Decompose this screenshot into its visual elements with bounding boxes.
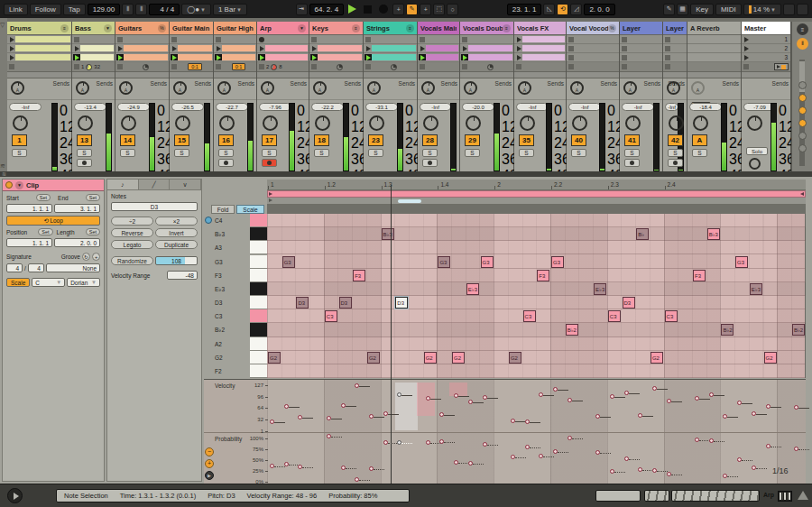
track-header[interactable]: Bass▼ <box>72 22 115 35</box>
velocity-marker[interactable] <box>341 403 346 408</box>
clip-stop-icon[interactable] <box>622 37 627 42</box>
solo-button[interactable]: S <box>314 149 329 157</box>
clip-slot[interactable] <box>460 44 513 53</box>
quantize-menu[interactable]: 1 Bar▼ <box>213 4 247 15</box>
clip-launch-button[interactable] <box>8 54 15 60</box>
pan-knob[interactable] <box>693 115 708 131</box>
scale-highlight-button[interactable]: Scale <box>236 205 264 214</box>
solo-button[interactable]: S <box>368 149 383 157</box>
loop-button[interactable]: ⟲ Loop <box>6 216 100 226</box>
stop-all-clips-button[interactable] <box>665 64 670 69</box>
scene-launch-icon[interactable] <box>744 37 749 42</box>
reenable-automation-icon[interactable]: + <box>420 4 431 15</box>
stop-all-clips-button[interactable] <box>622 64 627 69</box>
clip-launch-button[interactable] <box>310 54 318 60</box>
loop-end-marker-icon[interactable] <box>800 192 804 196</box>
probability-marker[interactable] <box>525 445 530 449</box>
track-header-badge[interactable]: ▼ <box>104 24 112 32</box>
stop-all-clips-button[interactable] <box>117 64 123 69</box>
tab-envelopes[interactable]: ╱ <box>139 180 171 189</box>
groove-add-icon[interactable]: + <box>92 253 100 261</box>
clip-stop-icon[interactable] <box>171 37 177 42</box>
send-a-knob[interactable]: A <box>217 81 231 95</box>
preview-play-button[interactable] <box>7 488 23 503</box>
clip-overview-empty[interactable] <box>595 490 641 502</box>
track-activator[interactable]: 40 <box>571 134 586 146</box>
midi-note[interactable]: C3 <box>665 310 678 322</box>
solo-button[interactable]: S <box>692 149 707 157</box>
arm-record-button[interactable] <box>668 159 683 167</box>
clip-start-field[interactable]: 1. 1. 1 <box>6 204 52 213</box>
stop-all-clips-button[interactable] <box>420 64 425 69</box>
probability-marker[interactable] <box>270 464 274 468</box>
clip-slot[interactable] <box>214 44 256 53</box>
clip[interactable] <box>8 54 70 60</box>
stop-all-clips-button[interactable] <box>311 64 317 69</box>
clip-slot[interactable] <box>257 53 309 62</box>
cue-volume-knob[interactable] <box>749 158 761 170</box>
loop-length-field[interactable]: 2. 0. 0 <box>584 4 614 15</box>
clip-launch-button[interactable] <box>258 45 265 51</box>
pan-knob[interactable] <box>520 115 535 131</box>
punch-out-icon[interactable]: ◿ <box>570 4 582 15</box>
clip-slot[interactable] <box>72 35 115 44</box>
arrangement-position-field[interactable]: 64. 2. 4 <box>309 4 345 15</box>
track-header[interactable]: Vocals Main <box>418 22 459 35</box>
start-marker-icon[interactable] <box>269 198 272 202</box>
clip[interactable] <box>461 54 512 60</box>
velocity-marker[interactable] <box>355 383 359 388</box>
track-header[interactable]: Vocals Doubl≡ <box>460 22 513 35</box>
send-a-knob[interactable]: A <box>691 81 705 95</box>
track-activator[interactable]: 41 <box>624 134 640 146</box>
tab-notes[interactable]: ♪ <box>107 180 139 189</box>
track-header-badge[interactable]: % <box>608 24 616 32</box>
track-header-badge[interactable]: ≡ <box>503 24 511 32</box>
clip-slot[interactable] <box>72 53 115 62</box>
clip-stop-icon[interactable] <box>365 37 371 42</box>
solo-button[interactable]: S <box>465 149 480 157</box>
toggle-returns-icon[interactable] <box>798 106 807 115</box>
stop-all-button-group[interactable] <box>774 63 789 70</box>
scale-name-select[interactable]: Dorian▼ <box>67 278 100 287</box>
probability-marker[interactable] <box>695 438 699 442</box>
clip-record-icon[interactable] <box>259 37 264 42</box>
stop-all-clips-button[interactable] <box>9 64 14 69</box>
link-button[interactable]: Link <box>4 4 28 15</box>
play-button[interactable] <box>348 5 356 14</box>
toggle-sends-icon[interactable] <box>798 94 807 102</box>
clip-slot[interactable] <box>687 44 741 53</box>
clip-slot[interactable] <box>214 53 256 62</box>
clip-slot[interactable] <box>364 53 417 62</box>
probability-marker[interactable] <box>667 472 671 476</box>
midi-note[interactable]: B♭3 <box>707 228 720 240</box>
probability-marker[interactable] <box>327 434 331 438</box>
clip-launch-button[interactable] <box>515 54 522 60</box>
midi-note[interactable]: G3 <box>282 256 295 268</box>
clip-slot[interactable] <box>115 44 169 53</box>
pan-knob[interactable] <box>121 115 136 131</box>
clip-slot[interactable] <box>460 35 513 44</box>
pan-knob[interactable] <box>625 115 641 131</box>
probability-marker[interactable] <box>426 440 430 445</box>
send-a-knob[interactable]: A <box>76 81 89 95</box>
piano-key[interactable] <box>250 351 267 364</box>
midi-note[interactable]: G2 <box>367 352 380 364</box>
clip[interactable] <box>171 54 212 60</box>
clip-stop-icon[interactable] <box>117 37 123 42</box>
midi-note[interactable]: G2 <box>509 352 521 364</box>
reverse-button[interactable]: Reverse <box>111 228 153 237</box>
clip-slot[interactable] <box>460 53 513 62</box>
clip-stop-icon[interactable] <box>216 37 221 42</box>
pan-knob[interactable] <box>78 115 93 131</box>
loop-toggle-icon[interactable]: ⟲ <box>557 4 568 15</box>
pan-knob[interactable] <box>263 115 278 131</box>
track-header[interactable]: Guitar Main <box>170 22 213 35</box>
fold-button[interactable]: Fold <box>211 205 235 214</box>
track-activator[interactable]: 35 <box>519 134 534 146</box>
velocity-marker[interactable] <box>567 398 572 402</box>
clip-overview-segment[interactable] <box>644 490 669 502</box>
clip-slot[interactable] <box>364 35 417 44</box>
velocity-marker[interactable] <box>511 419 515 423</box>
send-a-knob[interactable]: A <box>667 81 680 95</box>
midi-note[interactable]: D3 <box>623 297 635 309</box>
